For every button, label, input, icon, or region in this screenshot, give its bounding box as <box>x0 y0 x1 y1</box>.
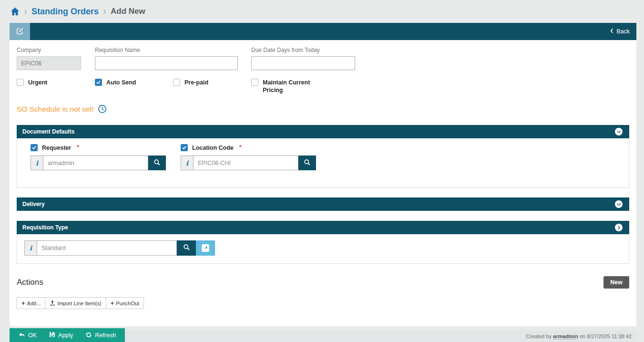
actions-button-group: + Add... Import Line Item(s) + PunchOut <box>17 297 629 309</box>
section-title: Delivery <box>22 201 45 207</box>
checkbox-label: Requester <box>42 144 71 152</box>
section-title: Document Defaults <box>22 128 74 135</box>
breadcrumb-add-new: Add New <box>111 7 145 16</box>
apply-label: Apply <box>58 332 73 339</box>
requester-field[interactable] <box>43 155 148 170</box>
delivery-section: Delivery <box>17 197 629 211</box>
requisition-type-section: Requisition Type i <box>17 221 629 264</box>
external-link-icon <box>202 244 209 252</box>
checkbox-icon <box>173 79 180 86</box>
upload-icon <box>50 300 55 307</box>
refresh-button[interactable]: Refresh <box>79 328 122 342</box>
breadcrumb-standing-orders[interactable]: Standing Orders <box>31 7 99 17</box>
add-button-label: Add... <box>27 301 41 306</box>
checkbox-pre-paid[interactable]: Pre-paid <box>173 79 251 86</box>
due-date-field[interactable] <box>251 56 355 70</box>
chevron-down-circle-icon[interactable] <box>615 128 623 135</box>
document-defaults-body: Requester * i <box>17 138 629 188</box>
requisition-type-open-button[interactable] <box>196 240 215 256</box>
actions-title: Actions <box>17 278 43 287</box>
back-button[interactable]: Back <box>610 28 630 35</box>
chevron-down-circle-icon[interactable] <box>615 200 623 208</box>
required-asterisk: * <box>77 144 79 151</box>
info-icon: i <box>181 155 193 170</box>
clock-icon[interactable] <box>98 104 107 114</box>
schedule-warning-text: SO Schedule is not set! <box>17 105 94 114</box>
ok-button[interactable]: OK <box>12 328 43 342</box>
breadcrumb-separator-icon <box>103 9 106 14</box>
required-asterisk: * <box>239 144 242 151</box>
refresh-label: Refresh <box>95 332 116 339</box>
punchout-button[interactable]: + PunchOut <box>106 297 144 309</box>
chevron-left-icon <box>610 28 613 35</box>
search-icon <box>183 244 190 252</box>
document-defaults-header[interactable]: Document Defaults <box>17 125 629 138</box>
edit-button[interactable] <box>10 23 30 40</box>
checkbox-icon <box>17 79 24 86</box>
requisition-type-body: i <box>17 234 629 264</box>
checkbox-label: Location Code <box>192 144 234 152</box>
checkbox-icon <box>31 144 38 151</box>
requisition-type-search-button[interactable] <box>177 240 196 256</box>
created-by-text: Created by armadmin on 8/27/2025 11:38:4… <box>526 331 632 342</box>
toolbar: Back <box>10 23 636 40</box>
document-defaults-section: Document Defaults Requester * <box>17 125 629 188</box>
checkbox-label: Pre-paid <box>184 79 208 86</box>
requisition-type-header[interactable]: Requisition Type <box>17 221 629 234</box>
import-button-label: Import Line Item(s) <box>57 301 101 306</box>
checkbox-icon <box>251 79 258 86</box>
chevron-right-circle-icon[interactable] <box>615 224 623 231</box>
info-icon: i <box>31 155 43 170</box>
ok-label: OK <box>28 332 37 339</box>
plus-icon: + <box>111 300 114 307</box>
requisition-type-field[interactable] <box>37 240 177 256</box>
checkbox-label: Auto Send <box>106 79 136 86</box>
edit-icon <box>16 27 24 36</box>
page: Standing Orders Add New Back C <box>10 0 636 342</box>
requisition-name-field[interactable] <box>95 56 238 70</box>
refresh-icon <box>85 332 92 340</box>
search-icon <box>304 159 311 167</box>
checkbox-icon <box>181 144 188 151</box>
plus-icon: + <box>21 300 25 307</box>
location-code-search-button[interactable] <box>298 155 316 170</box>
checkbox-auto-send[interactable]: Auto Send <box>95 79 173 86</box>
back-label: Back <box>616 28 630 35</box>
location-code-field[interactable] <box>193 155 298 170</box>
search-icon <box>153 159 161 167</box>
due-date-label: Due Date Days from Today <box>251 47 355 54</box>
company-field <box>17 56 81 70</box>
apply-button[interactable]: Apply <box>43 328 79 342</box>
checkbox-label: Maintain Current Pricing <box>263 79 312 94</box>
new-button[interactable]: New <box>603 276 629 289</box>
info-icon: i <box>24 240 37 256</box>
punchout-button-label: PunchOut <box>116 301 139 306</box>
footer-bar: OK Apply Refresh Created by armadmin on … <box>10 331 636 342</box>
main-content: Company Requisition Name Due Date Days f… <box>10 40 636 326</box>
save-icon <box>49 332 55 339</box>
delivery-header[interactable]: Delivery <box>17 197 629 211</box>
requester-search-button[interactable] <box>148 155 166 170</box>
checkbox-icon <box>95 79 102 86</box>
checkbox-location-code[interactable]: Location Code * <box>181 144 316 152</box>
reply-icon <box>19 332 25 339</box>
company-label: Company <box>17 47 81 54</box>
home-icon[interactable] <box>10 7 20 16</box>
checkbox-requester[interactable]: Requester * <box>31 144 166 152</box>
breadcrumb: Standing Orders Add New <box>10 0 636 23</box>
requisition-name-label: Requisition Name <box>95 47 238 54</box>
checkbox-urgent[interactable]: Urgent <box>17 79 95 86</box>
checkbox-maintain-current-pricing[interactable]: Maintain Current Pricing <box>251 79 329 94</box>
schedule-warning: SO Schedule is not set! <box>17 104 629 114</box>
created-by-user: armadmin <box>553 333 578 340</box>
footer-action-group: OK Apply Refresh <box>10 328 125 342</box>
section-title: Requisition Type <box>22 224 68 231</box>
breadcrumb-separator-icon <box>24 9 27 14</box>
checkbox-label: Urgent <box>28 79 47 86</box>
import-line-items-button[interactable]: Import Line Item(s) <box>45 297 106 309</box>
add-button[interactable]: + Add... <box>17 297 45 309</box>
